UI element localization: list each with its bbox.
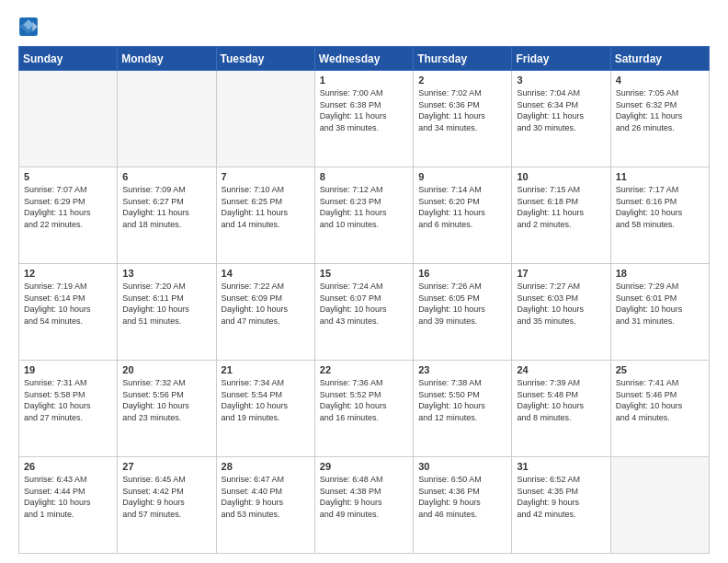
calendar-week-row: 1Sunrise: 7:00 AM Sunset: 6:38 PM Daylig… [19,71,710,167]
calendar-cell: 7Sunrise: 7:10 AM Sunset: 6:25 PM Daylig… [216,167,314,264]
weekday-header: Saturday [610,47,709,71]
day-info: Sunrise: 7:04 AM Sunset: 6:34 PM Dayligh… [517,87,605,133]
day-info: Sunrise: 6:50 AM Sunset: 4:36 PM Dayligh… [418,474,506,520]
day-number: 8 [320,171,408,182]
weekday-header: Monday [118,47,216,71]
day-number: 12 [24,268,112,279]
day-info: Sunrise: 7:17 AM Sunset: 6:16 PM Dayligh… [616,184,704,230]
day-number: 11 [616,171,704,182]
day-info: Sunrise: 7:29 AM Sunset: 6:01 PM Dayligh… [616,281,704,327]
day-info: Sunrise: 7:07 AM Sunset: 6:29 PM Dayligh… [24,184,112,230]
day-number: 3 [517,75,605,86]
calendar-cell: 9Sunrise: 7:14 AM Sunset: 6:20 PM Daylig… [414,167,512,264]
weekday-header: Thursday [414,47,512,71]
calendar-cell: 19Sunrise: 7:31 AM Sunset: 5:58 PM Dayli… [19,361,118,457]
day-info: Sunrise: 7:15 AM Sunset: 6:18 PM Dayligh… [517,184,605,230]
day-number: 16 [418,268,506,279]
day-number: 30 [418,461,506,472]
day-info: Sunrise: 7:10 AM Sunset: 6:25 PM Dayligh… [222,184,310,230]
day-number: 24 [517,364,605,375]
day-info: Sunrise: 7:02 AM Sunset: 6:36 PM Dayligh… [418,87,506,133]
calendar-cell [19,71,118,167]
calendar-week-row: 26Sunrise: 6:43 AM Sunset: 4:44 PM Dayli… [19,457,710,554]
day-info: Sunrise: 7:22 AM Sunset: 6:09 PM Dayligh… [222,281,310,327]
calendar-cell: 13Sunrise: 7:20 AM Sunset: 6:11 PM Dayli… [118,264,216,361]
day-number: 21 [222,364,310,375]
day-number: 5 [24,171,112,182]
day-info: Sunrise: 7:41 AM Sunset: 5:46 PM Dayligh… [616,377,704,423]
day-info: Sunrise: 7:36 AM Sunset: 5:52 PM Dayligh… [320,377,408,423]
day-number: 10 [517,171,605,182]
day-info: Sunrise: 7:12 AM Sunset: 6:23 PM Dayligh… [320,184,408,230]
calendar-cell: 11Sunrise: 7:17 AM Sunset: 6:16 PM Dayli… [610,167,709,264]
weekday-header: Friday [512,47,610,71]
day-number: 6 [122,171,210,182]
day-info: Sunrise: 7:19 AM Sunset: 6:14 PM Dayligh… [24,281,112,327]
logo-icon [18,17,39,37]
calendar-week-row: 12Sunrise: 7:19 AM Sunset: 6:14 PM Dayli… [19,264,710,361]
day-info: Sunrise: 7:26 AM Sunset: 6:05 PM Dayligh… [418,281,506,327]
day-number: 7 [222,171,310,182]
weekday-header: Sunday [19,47,118,71]
day-number: 27 [122,461,210,472]
day-number: 17 [517,268,605,279]
day-number: 25 [616,364,704,375]
day-number: 14 [222,268,310,279]
day-number: 31 [517,461,605,472]
day-number: 26 [24,461,112,472]
calendar-cell: 18Sunrise: 7:29 AM Sunset: 6:01 PM Dayli… [610,264,709,361]
weekday-header: Wednesday [314,47,413,71]
day-info: Sunrise: 6:48 AM Sunset: 4:38 PM Dayligh… [320,474,408,520]
calendar-cell: 27Sunrise: 6:45 AM Sunset: 4:42 PM Dayli… [118,457,216,554]
calendar-cell: 16Sunrise: 7:26 AM Sunset: 6:05 PM Dayli… [414,264,512,361]
day-info: Sunrise: 7:05 AM Sunset: 6:32 PM Dayligh… [616,87,704,133]
calendar-cell: 3Sunrise: 7:04 AM Sunset: 6:34 PM Daylig… [512,71,610,167]
day-info: Sunrise: 7:38 AM Sunset: 5:50 PM Dayligh… [418,377,506,423]
day-number: 18 [616,268,704,279]
day-info: Sunrise: 7:09 AM Sunset: 6:27 PM Dayligh… [122,184,210,230]
day-number: 19 [24,364,112,375]
calendar-cell [610,457,709,554]
calendar-cell: 17Sunrise: 7:27 AM Sunset: 6:03 PM Dayli… [512,264,610,361]
calendar-cell: 5Sunrise: 7:07 AM Sunset: 6:29 PM Daylig… [19,167,118,264]
day-info: Sunrise: 7:14 AM Sunset: 6:20 PM Dayligh… [418,184,506,230]
weekday-header-row: SundayMondayTuesdayWednesdayThursdayFrid… [19,47,710,71]
calendar-cell: 6Sunrise: 7:09 AM Sunset: 6:27 PM Daylig… [118,167,216,264]
day-info: Sunrise: 6:52 AM Sunset: 4:35 PM Dayligh… [517,474,605,520]
day-number: 22 [320,364,408,375]
calendar-cell [118,71,216,167]
day-number: 28 [222,461,310,472]
day-number: 2 [418,75,506,86]
calendar-cell: 26Sunrise: 6:43 AM Sunset: 4:44 PM Dayli… [19,457,118,554]
day-info: Sunrise: 7:34 AM Sunset: 5:54 PM Dayligh… [222,377,310,423]
page: SundayMondayTuesdayWednesdayThursdayFrid… [0,0,728,563]
day-info: Sunrise: 7:00 AM Sunset: 6:38 PM Dayligh… [320,87,408,133]
day-info: Sunrise: 7:20 AM Sunset: 6:11 PM Dayligh… [122,281,210,327]
calendar-cell: 8Sunrise: 7:12 AM Sunset: 6:23 PM Daylig… [314,167,413,264]
calendar-cell: 28Sunrise: 6:47 AM Sunset: 4:40 PM Dayli… [216,457,314,554]
calendar-cell: 30Sunrise: 6:50 AM Sunset: 4:36 PM Dayli… [414,457,512,554]
calendar-cell: 31Sunrise: 6:52 AM Sunset: 4:35 PM Dayli… [512,457,610,554]
day-number: 9 [418,171,506,182]
day-number: 1 [320,75,408,86]
day-info: Sunrise: 7:31 AM Sunset: 5:58 PM Dayligh… [24,377,112,423]
day-number: 23 [418,364,506,375]
day-number: 4 [616,75,704,86]
calendar-cell: 29Sunrise: 6:48 AM Sunset: 4:38 PM Dayli… [314,457,413,554]
calendar-cell: 14Sunrise: 7:22 AM Sunset: 6:09 PM Dayli… [216,264,314,361]
day-info: Sunrise: 7:32 AM Sunset: 5:56 PM Dayligh… [122,377,210,423]
day-number: 13 [122,268,210,279]
calendar-cell: 4Sunrise: 7:05 AM Sunset: 6:32 PM Daylig… [610,71,709,167]
day-number: 29 [320,461,408,472]
day-info: Sunrise: 6:45 AM Sunset: 4:42 PM Dayligh… [122,474,210,520]
calendar-cell: 22Sunrise: 7:36 AM Sunset: 5:52 PM Dayli… [314,361,413,457]
day-info: Sunrise: 7:24 AM Sunset: 6:07 PM Dayligh… [320,281,408,327]
calendar-cell: 10Sunrise: 7:15 AM Sunset: 6:18 PM Dayli… [512,167,610,264]
calendar-week-row: 5Sunrise: 7:07 AM Sunset: 6:29 PM Daylig… [19,167,710,264]
calendar-cell: 1Sunrise: 7:00 AM Sunset: 6:38 PM Daylig… [314,71,413,167]
day-info: Sunrise: 6:47 AM Sunset: 4:40 PM Dayligh… [222,474,310,520]
day-number: 20 [122,364,210,375]
calendar-cell: 12Sunrise: 7:19 AM Sunset: 6:14 PM Dayli… [19,264,118,361]
weekday-header: Tuesday [216,47,314,71]
day-info: Sunrise: 7:39 AM Sunset: 5:48 PM Dayligh… [517,377,605,423]
